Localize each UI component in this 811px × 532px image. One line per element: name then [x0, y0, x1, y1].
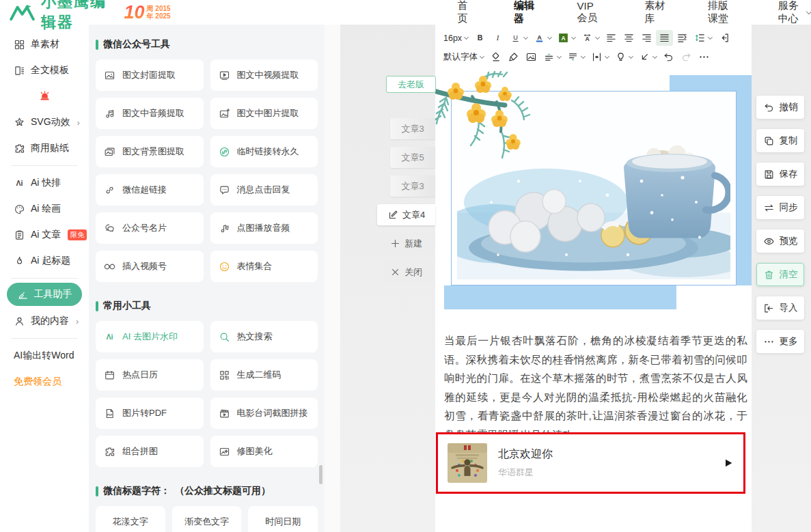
toolbar-button[interactable]: I	[489, 30, 506, 46]
insert-left-icon	[718, 32, 730, 44]
sidebar-item[interactable]: Ai 文章 限免	[0, 222, 89, 248]
toolbar-button[interactable]: 默认字体	[441, 49, 486, 65]
action-button[interactable]: 导入	[756, 296, 804, 320]
svg-text:Λi: Λi	[16, 179, 23, 187]
tool-card[interactable]: 时间日期	[248, 506, 318, 532]
tool-card[interactable]: 消息点击回复	[210, 174, 318, 206]
editor-canvas[interactable]: 当最后一片银杏叶飘落石阶，檐角的冰棱凝结着季节更迭的私语。深秋携着未饮尽的桂香悄…	[435, 70, 752, 532]
article-tab[interactable]: 文章3	[390, 118, 435, 139]
tool-card[interactable]: 图文中图片提取	[210, 98, 318, 129]
nav-item[interactable]: 首页	[458, 0, 471, 25]
toolbar-button[interactable]	[696, 49, 713, 65]
undo-icon	[763, 102, 775, 113]
toolbar-button[interactable]	[678, 49, 695, 65]
article-paragraph[interactable]: 当最后一片银杏叶飘落石阶，檐角的冰棱凝结着季节更迭的私语。深秋携着未饮尽的桂香悄…	[444, 331, 747, 444]
tool-card[interactable]: Λi AI 去图片水印	[96, 321, 204, 352]
sidebar-item[interactable]: 我的内容 ›	[0, 308, 89, 334]
action-button[interactable]: 预览	[756, 229, 804, 253]
nav-item[interactable]: 服务中心	[778, 0, 811, 25]
toolbar-button[interactable]	[636, 49, 659, 65]
toolbar-button[interactable]: B	[471, 30, 489, 46]
tool-card[interactable]: 图文背景图提取	[96, 136, 204, 167]
tool-card[interactable]: 电影台词截图拼接	[210, 397, 318, 429]
tool-card[interactable]: 插入视频号	[96, 251, 204, 282]
toolbar-button[interactable]	[487, 49, 504, 65]
sidebar-item[interactable]: Ai 起标题	[0, 248, 89, 274]
article-tab[interactable]: 关闭	[383, 262, 435, 283]
action-button[interactable]: 复制	[756, 129, 804, 152]
tool-card[interactable]: 花漾文字	[96, 506, 165, 532]
action-button[interactable]: 保存	[756, 163, 804, 186]
toolbar-button[interactable]	[656, 30, 673, 46]
toolbar-button[interactable]	[715, 30, 732, 46]
tool-card[interactable]: 热文搜索	[210, 321, 318, 352]
sidebar-item[interactable]: 全文模板	[0, 57, 89, 83]
tool-card[interactable]: 点图播放音频	[210, 212, 318, 244]
sidebar-item[interactable]: AI输出转Word	[0, 343, 89, 369]
toolbar-button[interactable]	[505, 49, 522, 65]
tool-card[interactable]: 渐变色文字	[172, 506, 242, 532]
toolbar-button[interactable]: A	[531, 30, 554, 46]
toolbar-button[interactable]	[674, 30, 691, 46]
toolbar-button[interactable]: A	[579, 30, 602, 46]
music-card[interactable]: 北京欢迎你 华语群星	[436, 432, 745, 494]
play-icon[interactable]	[723, 458, 734, 468]
action-button[interactable]: 更多	[756, 330, 804, 353]
sidebar-item[interactable]: 商用贴纸	[0, 135, 89, 161]
tool-card[interactable]: 图文中音频提取	[96, 98, 204, 129]
tool-card[interactable]: 热点日历	[96, 359, 204, 391]
more-dots-icon	[698, 51, 710, 63]
tool-card[interactable]: 修图美化	[210, 436, 318, 467]
article-tab[interactable]: 文章3	[390, 176, 435, 197]
brand[interactable]: 小墨鹰编辑器 10 周 2015 年 2025	[0, 0, 171, 33]
toolbar-button[interactable]	[540, 49, 564, 65]
sidebar-item[interactable]: 单素材	[0, 31, 89, 57]
action-button[interactable]: 同步	[756, 196, 804, 219]
tool-card[interactable]: 图文封面提取	[96, 59, 204, 91]
toolbar-button[interactable]	[660, 49, 677, 65]
panel-scrollbar[interactable]	[319, 465, 322, 484]
sidebar-item[interactable]: 免费领会员	[0, 369, 89, 395]
toolbar-button[interactable]	[588, 49, 611, 65]
tool-card[interactable]: 公众号名片	[96, 212, 204, 244]
toolbar-button[interactable]	[523, 49, 540, 65]
go-old-version-button[interactable]: 去老版	[386, 76, 436, 93]
nav-item[interactable]: 素材库	[644, 0, 665, 25]
article-tab[interactable]: 文章4	[377, 204, 435, 225]
toolbar-button[interactable]	[564, 49, 588, 65]
tool-card[interactable]: 表情集合	[210, 251, 318, 282]
article-tab[interactable]: 文章5	[390, 147, 435, 168]
article-tab[interactable]: 新建	[383, 233, 435, 254]
toolbar-button[interactable]	[620, 30, 637, 46]
action-button[interactable]: 清空	[756, 263, 804, 286]
toolbar-button[interactable]: A	[555, 30, 578, 46]
music-title: 北京欢迎你	[498, 447, 553, 462]
toolbar-button[interactable]: 16px	[441, 31, 471, 45]
toolbar-button[interactable]	[691, 30, 715, 46]
toolbar-button[interactable]	[638, 30, 655, 46]
chat-icon	[219, 184, 230, 196]
sidebar-item[interactable]: Ai 绘画	[0, 196, 89, 222]
toolbar-button[interactable]	[612, 49, 635, 65]
toolbar-button[interactable]: U	[507, 30, 530, 46]
tool-card[interactable]: 微信超链接	[96, 174, 204, 206]
chevron-down-icon	[557, 53, 562, 58]
section-title-title-chars: 微信标题字符： （公众推文标题可用）	[96, 485, 318, 497]
sidebar-item[interactable]	[0, 83, 89, 109]
nav-item[interactable]: 排版课堂	[708, 0, 736, 25]
underline-icon: U	[510, 32, 521, 44]
nav-item[interactable]: VIP会员	[577, 0, 603, 25]
tool-card[interactable]: 临时链接转永久	[210, 136, 318, 167]
tool-card[interactable]: 图文中视频提取	[210, 59, 318, 91]
sidebar-item[interactable]: SVG动效 ›	[0, 109, 89, 135]
action-button[interactable]: 撤销	[756, 96, 804, 119]
tool-card[interactable]: PDF 图片转PDF	[96, 397, 204, 429]
user-icon	[14, 316, 25, 327]
tool-card[interactable]: 生成二维码	[210, 359, 318, 391]
channels-icon	[104, 261, 115, 272]
sidebar-item[interactable]: 工具助手	[7, 283, 82, 306]
toolbar-button[interactable]	[603, 30, 620, 46]
sidebar-item[interactable]: Λi Ai 快排	[0, 170, 89, 196]
nav-item[interactable]: 编辑器	[514, 0, 535, 25]
tool-card[interactable]: 组合拼图	[96, 436, 204, 467]
